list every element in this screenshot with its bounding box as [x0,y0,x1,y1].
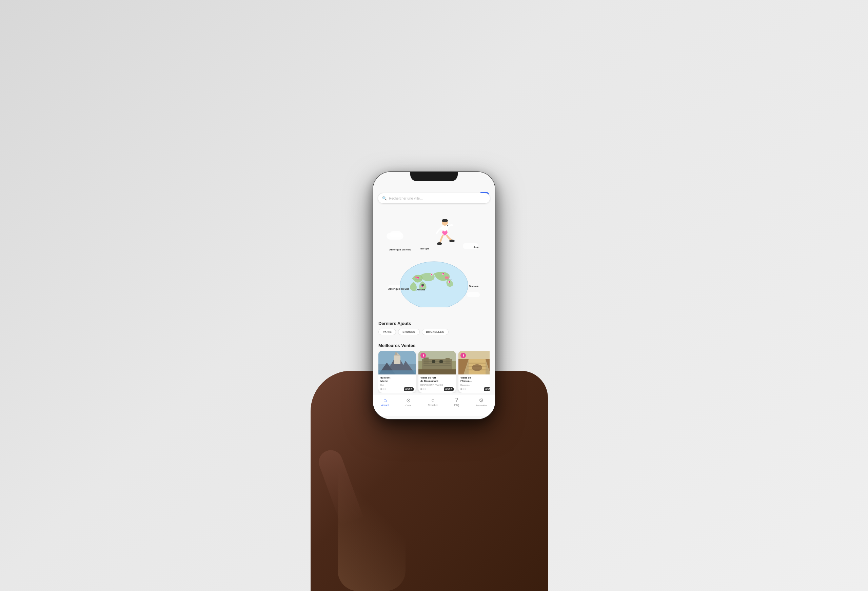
nav-carte-label: Carte [406,404,411,407]
nav-chercher-label: Chercher [428,404,438,406]
map-icon: ⊙ [406,397,410,404]
tag-paris[interactable]: PARIS [378,329,396,335]
dot [461,388,462,390]
meilleures-ventes-section: Meilleures Ventes [373,343,495,393]
tag-bruges[interactable]: BRUGES [398,329,419,335]
dot [381,388,382,390]
nav-faq-label: FAQ [454,404,459,406]
dot [384,388,386,390]
svg-point-16 [442,219,448,222]
label-amerique-nord: Amérique du Nord [389,248,411,251]
dot [425,388,426,390]
svg-rect-27 [378,370,416,374]
card-body-1: du MontMichel BIA 6,99 € [378,374,416,393]
info-badge-3: ℹ [461,353,466,358]
svg-point-4 [442,273,444,275]
price-badge-2: 6,99 € [444,387,454,391]
label-amerique-sud: Amérique du Sud [388,287,409,290]
svg-point-18 [449,240,455,242]
label-oceanie: Océanie [469,284,479,288]
globe-map[interactable] [395,248,473,307]
card-location-3: Douaum... [461,384,490,386]
card-img-1 [378,351,416,374]
card-footer-3: 6,99 € [461,387,490,391]
svg-rect-36 [432,360,435,363]
nav-accueil[interactable]: ⌂ Accueil [381,397,389,406]
dots-3 [461,388,466,390]
label-afrique: Afrique [416,288,425,291]
nav-parametre-label: Paramètre [476,404,487,407]
svg-rect-33 [424,361,450,362]
scene: Votre Guide... ...partout ! JC 🔍 Recherc… [0,0,868,591]
svg-rect-44 [468,363,486,364]
cards-row: du MontMichel BIA 6,99 € [378,351,490,393]
card-location-1: BIA [381,384,414,386]
phone-notch [410,172,458,181]
svg-rect-26 [396,352,397,355]
nav-accueil-label: Accueil [381,404,389,406]
card-name-3: Visite del'Ossua... [461,376,490,383]
info-badge-2: ℹ [421,353,426,358]
dot [422,388,424,390]
dot [462,388,464,390]
label-europe: Europe [421,247,429,250]
svg-rect-24 [394,356,400,364]
card-body-3: Visite del'Ossua... Douaum... 6,99 € [458,374,490,393]
svg-rect-8 [445,277,449,279]
search-icon: 🔍 [382,196,387,200]
card-name-1: du MontMichel [381,376,414,383]
label-asie: Asie [473,246,479,249]
bottom-nav: ⌂ Accueil ⊙ Carte ○ Chercher ? FAQ ⚙ [373,394,495,416]
tags-row: PARIS BRUGES BRUXELLES [378,329,490,335]
nav-faq[interactable]: ? FAQ [454,397,459,406]
svg-rect-9 [421,284,424,286]
temple-img [378,351,416,374]
globe-illustration: Amérique du Nord Europe Asie Amérique du… [373,206,495,321]
globe-container: Amérique du Nord Europe Asie Amérique du… [387,216,481,311]
dot [465,388,466,390]
card-location-2: DOUAUMONT, FRANCE [421,384,454,386]
settings-icon: ⚙ [479,397,484,404]
price-badge-1: 6,99 € [404,387,414,391]
faq-icon: ? [455,397,458,403]
card-img-2: ℹ [418,351,456,374]
svg-rect-37 [440,360,443,363]
price-badge-3: 6,99 € [484,387,490,391]
card-mont-michel[interactable]: du MontMichel BIA 6,99 € [378,351,416,393]
svg-rect-35 [424,365,450,366]
svg-rect-38 [418,369,456,374]
nav-parametre[interactable]: ⚙ Paramètre [476,397,487,407]
card-footer-2: 6,99 € [421,387,454,391]
dots-2 [421,388,426,390]
svg-point-3 [431,274,433,276]
nav-chercher[interactable]: ○ Chercher [428,397,438,406]
phone-frame: Votre Guide... ...partout ! JC 🔍 Recherc… [373,172,495,419]
card-name-2: Visite du fortde Douaumont [421,376,454,383]
derniers-ajouts-title: Derniers Ajouts [378,321,490,326]
nav-carte[interactable]: ⊙ Carte [406,397,411,407]
search-nav-icon: ○ [431,397,435,403]
svg-point-17 [437,242,442,245]
card-img-3: ℹ [458,351,490,374]
svg-rect-7 [415,277,418,278]
tag-bruxelles[interactable]: BRUXELLES [422,329,449,335]
meilleures-ventes-title: Meilleures Ventes [378,343,490,348]
svg-point-47 [472,364,482,371]
dot [421,388,422,390]
card-fort-douaumont[interactable]: ℹ Visite du fortde Douaumont DOUAUMONT, … [418,351,456,393]
svg-point-6 [448,281,450,283]
derniers-ajouts-section: Derniers Ajouts PARIS BRUGES BRUXELLES [373,321,495,336]
dots-1 [381,388,386,390]
dot [382,388,384,390]
search-placeholder: Rechercher une ville... [389,196,423,200]
screen: Votre Guide... ...partout ! JC 🔍 Recherc… [373,172,495,419]
card-ossua[interactable]: ℹ Visite del'Ossua... Douaum... [458,351,490,393]
search-bar[interactable]: 🔍 Rechercher une ville... [378,193,490,204]
card-body-2: Visite du fortde Douaumont DOUAUMONT, FR… [418,374,456,393]
svg-rect-34 [424,363,450,364]
card-footer-1: 6,99 € [381,387,414,391]
home-icon: ⌂ [384,397,387,403]
